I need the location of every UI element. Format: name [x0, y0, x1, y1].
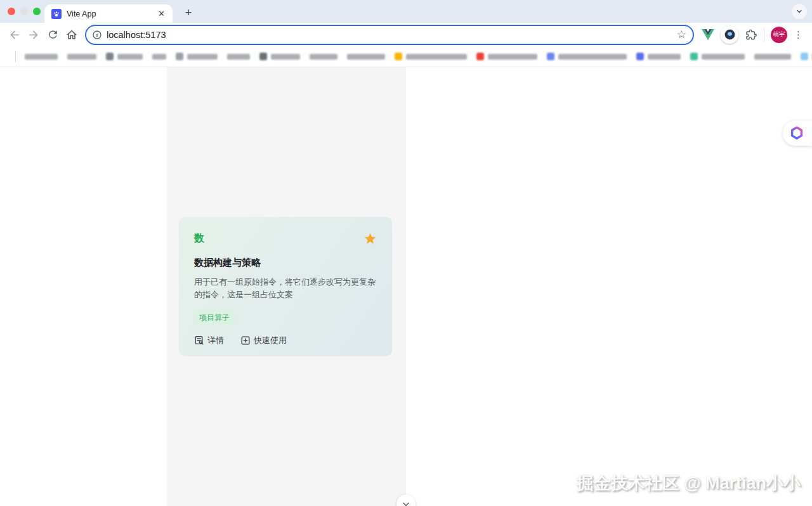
- url-text[interactable]: localhost:5173: [107, 30, 677, 40]
- new-tab-button[interactable]: +: [180, 4, 197, 21]
- bookmark-item[interactable]: [395, 53, 467, 60]
- bookmark-favicon: [690, 53, 698, 60]
- address-bar[interactable]: localhost:5173 ☆: [85, 25, 694, 45]
- bookmark-label-blurred: [310, 54, 337, 60]
- bookmark-label-blurred: [702, 54, 745, 60]
- favorite-star-icon[interactable]: [363, 232, 377, 245]
- bookmarks-separator: [15, 51, 16, 62]
- page-content: 数 数据构建与策略 用于已有一组原始指令，将它们逐步改写为更复杂的指令，这是一组…: [0, 67, 812, 506]
- bookmark-item[interactable]: [690, 53, 745, 60]
- scroll-down-button[interactable]: [396, 495, 416, 506]
- forward-icon[interactable]: [24, 26, 43, 44]
- close-window-button[interactable]: [8, 8, 15, 15]
- bookmark-item[interactable]: [310, 54, 337, 60]
- document-search-icon: [194, 335, 204, 346]
- bookmark-label-blurred: [558, 54, 627, 60]
- quick-use-button[interactable]: 快速使用: [240, 335, 287, 346]
- bookmark-label-blurred: [187, 54, 218, 60]
- detail-button[interactable]: 详情: [194, 335, 224, 346]
- card-title: 数据构建与策略: [194, 257, 377, 269]
- hexagon-logo-icon: [789, 126, 804, 141]
- pinned-extension-icon[interactable]: [721, 26, 738, 44]
- tab-title: Vite App: [67, 10, 155, 18]
- card-description: 用于已有一组原始指令，将它们逐步改写为更复杂的指令，这是一组占位文案: [194, 276, 379, 301]
- bookmark-item[interactable]: [106, 53, 143, 60]
- bookmark-favicon: [395, 53, 402, 60]
- bookmark-item[interactable]: [636, 53, 681, 60]
- reload-icon[interactable]: [43, 26, 62, 44]
- back-icon[interactable]: [5, 26, 24, 44]
- bookmark-favicon: [547, 53, 554, 60]
- bookmark-label-blurred: [754, 54, 791, 60]
- bookmark-label-blurred: [488, 54, 537, 60]
- bookmark-label-blurred: [117, 54, 143, 60]
- profile-avatar[interactable]: 萌宇: [771, 27, 787, 43]
- card-tag: 项目算子: [194, 311, 235, 325]
- zoom-window-button[interactable]: [33, 8, 41, 15]
- bookmark-item[interactable]: [152, 54, 166, 60]
- card-avatar-letter: 数: [194, 232, 204, 245]
- plus-square-icon: [240, 335, 251, 346]
- tab-favicon-paw-icon: [51, 9, 62, 19]
- bookmark-label-blurred: [648, 54, 681, 60]
- bookmark-label-blurred: [152, 54, 166, 60]
- browser-toolbar: localhost:5173 ☆ 萌宇 ⋮: [0, 23, 812, 46]
- bookmark-item[interactable]: [754, 54, 791, 60]
- watermark-text: 掘金技术社区 @ Martian小小: [577, 472, 801, 495]
- bookmark-favicon: [176, 53, 183, 60]
- tab-search-chevron-icon[interactable]: [792, 4, 807, 19]
- window-controls: [8, 8, 41, 15]
- bookmark-label-blurred: [227, 54, 250, 60]
- bookmark-item[interactable]: [801, 53, 812, 60]
- tab-strip: Vite App ✕ +: [0, 0, 812, 23]
- tab-close-icon[interactable]: ✕: [155, 8, 167, 19]
- bookmark-item[interactable]: [227, 54, 250, 60]
- bookmark-label-blurred: [67, 54, 96, 60]
- bookmark-item[interactable]: [25, 54, 58, 60]
- toolbar-separator: [764, 29, 764, 41]
- bookmark-favicon: [106, 53, 114, 60]
- bookmark-star-icon[interactable]: ☆: [677, 29, 686, 40]
- bookmark-label-blurred: [271, 54, 300, 60]
- vue-devtools-icon[interactable]: [702, 29, 714, 41]
- home-icon[interactable]: [62, 26, 81, 44]
- bookmark-favicon: [801, 53, 808, 60]
- bookmark-item[interactable]: [476, 53, 537, 60]
- prompt-card[interactable]: 数 数据构建与策略 用于已有一组原始指令，将它们逐步改写为更复杂的指令，这是一组…: [179, 217, 392, 356]
- bookmark-label-blurred: [25, 54, 58, 60]
- quick-use-label: 快速使用: [254, 335, 287, 346]
- chevron-down-icon: [402, 500, 410, 506]
- bookmark-items: [25, 53, 812, 60]
- page-info-icon[interactable]: [92, 30, 102, 40]
- extensions-puzzle-icon[interactable]: [745, 29, 757, 41]
- bookmarks-bar: [0, 46, 812, 67]
- bookmark-favicon: [259, 53, 267, 60]
- browser-menu-icon[interactable]: ⋮: [794, 29, 807, 41]
- bookmark-label-blurred: [347, 54, 385, 60]
- ai-assistant-button[interactable]: [783, 120, 812, 146]
- bookmark-item[interactable]: [176, 53, 218, 60]
- bookmark-item[interactable]: [547, 53, 627, 60]
- browser-tab[interactable]: Vite App ✕: [44, 4, 173, 23]
- minimize-window-button[interactable]: [20, 8, 28, 15]
- bookmark-item[interactable]: [259, 53, 300, 60]
- bookmark-favicon: [476, 53, 484, 60]
- bookmark-item[interactable]: [67, 54, 96, 60]
- bookmark-label-blurred: [406, 54, 467, 60]
- bookmark-favicon: [636, 53, 644, 60]
- bookmark-item[interactable]: [347, 54, 385, 60]
- toolbar-extensions-area: 萌宇 ⋮: [702, 26, 807, 44]
- detail-label: 详情: [207, 335, 224, 346]
